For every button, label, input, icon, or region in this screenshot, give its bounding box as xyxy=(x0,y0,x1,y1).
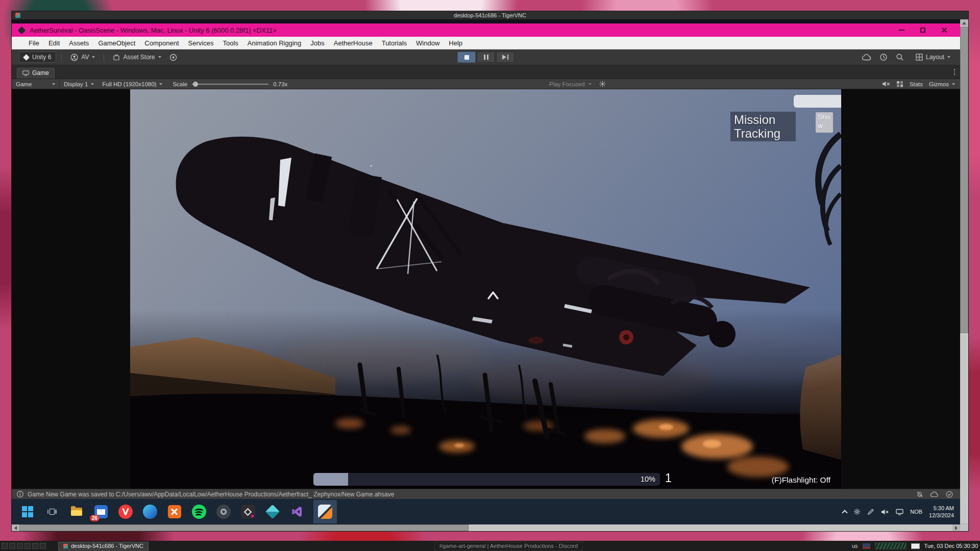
asset-store-button[interactable]: Asset Store xyxy=(109,52,164,63)
game-render[interactable]: Mission Tracking Show 10% 1 (F)Flashligh… xyxy=(130,89,841,489)
host-task-vnc[interactable]: desktop-541c686 - TigerVNC xyxy=(58,542,149,550)
scroll-up-arrow[interactable] xyxy=(960,19,968,27)
toolbar-right-group: Layout xyxy=(862,52,960,63)
gizmos-dropdown[interactable]: Gizmos xyxy=(929,81,955,87)
host-task-discord[interactable]: #game-art-general | AetherHouse Producti… xyxy=(434,542,583,550)
scroll-right-arrow[interactable] xyxy=(952,524,960,531)
menu-component[interactable]: Component xyxy=(140,39,183,47)
cloud-sync-icon[interactable] xyxy=(930,491,939,497)
volume-muted-icon[interactable] xyxy=(881,509,889,515)
resolution-dropdown[interactable]: Full HD (980x551) xyxy=(98,79,166,89)
active-app-icon xyxy=(318,505,332,519)
unity-titlebar[interactable]: AetherSurvival - OasisScene - Windows, M… xyxy=(12,23,960,37)
tab-options-icon[interactable] xyxy=(954,69,955,75)
horizontal-scroll-thumb[interactable] xyxy=(19,524,469,531)
pause-button[interactable] xyxy=(477,52,495,63)
vertical-scroll-thumb[interactable] xyxy=(960,27,968,333)
menu-aetherhouse[interactable]: AetherHouse xyxy=(329,39,377,47)
unity-logo-icon xyxy=(18,26,26,34)
file-explorer-button[interactable] xyxy=(68,504,84,520)
metrics-grid-icon[interactable] xyxy=(896,81,903,87)
vsync-sun-icon[interactable] xyxy=(599,81,606,87)
scale-slider-knob[interactable] xyxy=(193,82,198,87)
chevron-down-icon xyxy=(589,83,592,85)
vnc-titlebar[interactable]: desktop-541c686 - TigerVNC xyxy=(12,11,968,19)
play-button[interactable] xyxy=(457,52,476,63)
menu-tutorials[interactable]: Tutorials xyxy=(377,39,411,47)
host-mini-button[interactable] xyxy=(40,543,46,549)
tigervnc-icon xyxy=(15,13,20,18)
menu-tools[interactable]: Tools xyxy=(218,39,242,47)
mail-button[interactable]: 26 xyxy=(93,504,109,520)
unity-version-badge[interactable]: Unity 6 xyxy=(19,52,56,63)
gear-tray-icon[interactable] xyxy=(853,508,861,515)
account-dropdown[interactable]: AV xyxy=(67,52,99,63)
unity-app-button[interactable] xyxy=(240,504,256,520)
menu-jobs[interactable]: Jobs xyxy=(306,39,329,47)
orange-x-app-button[interactable] xyxy=(166,504,182,520)
console-status-message[interactable]: Game New Game was saved to C:/Users/awv/… xyxy=(28,491,394,498)
task-view-button[interactable] xyxy=(44,504,60,520)
host-mini-button[interactable] xyxy=(9,543,15,549)
resolution-label: Full HD (980x551) xyxy=(102,81,156,87)
vivaldi-button[interactable] xyxy=(117,504,133,520)
vnc-horizontal-scrollbar[interactable] xyxy=(12,524,960,531)
menu-gameobject[interactable]: GameObject xyxy=(93,39,140,47)
menu-animation-rigging[interactable]: Animation Rigging xyxy=(243,39,306,47)
minimize-button[interactable] xyxy=(891,23,912,37)
check-circle-icon[interactable] xyxy=(946,491,953,498)
menu-edit[interactable]: Edit xyxy=(44,39,64,47)
menu-help[interactable]: Help xyxy=(444,39,467,47)
stats-toggle[interactable]: Stats xyxy=(910,81,923,87)
play-focused-dropdown[interactable]: Play Focused xyxy=(549,81,606,87)
visual-studio-button[interactable] xyxy=(289,504,305,520)
search-icon[interactable] xyxy=(896,53,904,61)
menu-file[interactable]: File xyxy=(24,39,44,47)
taskbar-clock[interactable]: 5:30 AM 12/3/2024 xyxy=(929,505,954,519)
display-dropdown[interactable]: Display 1 xyxy=(60,79,98,89)
task-view-icon xyxy=(47,508,57,515)
scale-slider[interactable] xyxy=(192,84,268,85)
orange-x-icon xyxy=(168,505,181,518)
menu-services[interactable]: Services xyxy=(184,39,218,47)
hud-top-right-panel xyxy=(794,95,841,108)
layout-dropdown[interactable]: Layout xyxy=(912,52,954,63)
progress-percent: 10% xyxy=(641,473,655,486)
network-display-icon[interactable] xyxy=(896,509,903,515)
bell-muted-icon[interactable] xyxy=(916,491,923,498)
host-keyboard-layout[interactable]: us xyxy=(852,543,858,549)
dark-app-button[interactable] xyxy=(215,504,231,520)
windows-taskbar: 26 xyxy=(12,499,960,524)
host-mini-button[interactable] xyxy=(2,543,8,549)
keyboard-language[interactable]: NOB xyxy=(910,509,922,515)
edge-button[interactable] xyxy=(142,504,158,520)
vnc-vertical-scrollbar[interactable] xyxy=(960,19,968,531)
scale-value: 0.73x xyxy=(273,81,287,87)
start-button[interactable] xyxy=(19,504,35,520)
history-icon[interactable] xyxy=(879,53,888,61)
teal-cube-app-button[interactable] xyxy=(264,504,280,520)
maximize-button[interactable] xyxy=(912,23,934,37)
mute-audio-icon[interactable] xyxy=(882,81,890,87)
host-flag-icon xyxy=(863,543,870,549)
host-mini-button[interactable] xyxy=(17,543,23,549)
spotify-button[interactable] xyxy=(191,504,207,520)
active-app-button[interactable] xyxy=(313,500,337,523)
menu-assets[interactable]: Assets xyxy=(64,39,93,47)
mission-show-button[interactable]: Show xyxy=(816,112,833,133)
close-button[interactable] xyxy=(934,23,955,37)
pen-tray-icon[interactable] xyxy=(867,508,874,515)
game-target-label: Game xyxy=(16,81,32,87)
scroll-left-arrow[interactable] xyxy=(12,524,19,531)
chevron-down-icon xyxy=(91,83,94,85)
cloud-icon[interactable] xyxy=(862,54,871,61)
host-mini-button[interactable] xyxy=(24,543,31,549)
menu-window[interactable]: Window xyxy=(411,39,444,47)
toolbar-target-button[interactable] xyxy=(166,52,181,63)
host-mini-button[interactable] xyxy=(32,543,38,549)
spotify-icon xyxy=(192,505,206,519)
step-button[interactable] xyxy=(496,52,514,63)
tab-game[interactable]: Game xyxy=(16,67,56,79)
game-target-dropdown[interactable]: Game xyxy=(12,79,60,89)
tray-expand-icon[interactable] xyxy=(842,510,848,515)
